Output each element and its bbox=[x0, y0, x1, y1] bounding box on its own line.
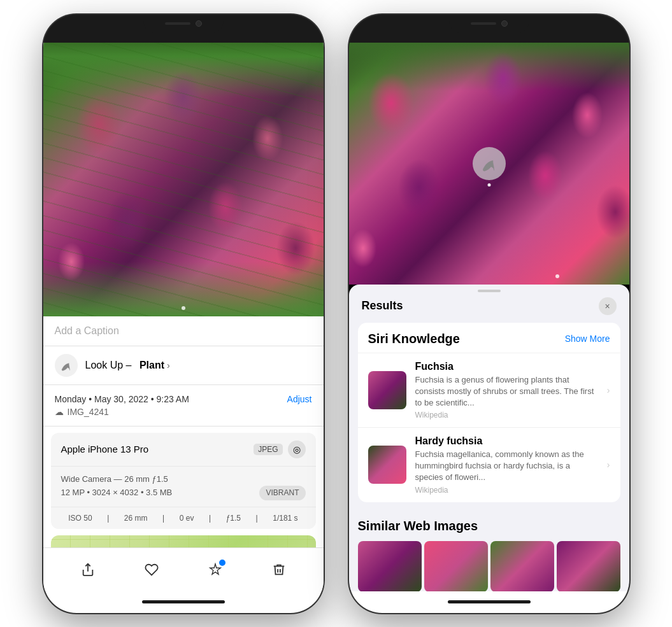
right-home-indicator bbox=[349, 591, 629, 613]
device-badges: JPEG ◎ bbox=[254, 440, 305, 458]
web-images-grid bbox=[358, 541, 620, 591]
metadata-section: Monday • May 30, 2022 • 9:23 AM Adjust ☁… bbox=[43, 385, 324, 426]
results-panel: Results × Siri Knowledge Show More Fuchs… bbox=[349, 285, 629, 591]
web-images-section: Similar Web Images bbox=[349, 510, 629, 591]
sheet-handle bbox=[349, 285, 629, 295]
trash-icon bbox=[272, 563, 286, 577]
adjust-button[interactable]: Adjust bbox=[287, 394, 312, 404]
right-notch bbox=[349, 15, 629, 43]
knowledge-item-hardy[interactable]: Hardy fuchsia Fuchsia magellanica, commo… bbox=[358, 427, 620, 502]
share-button[interactable] bbox=[74, 556, 102, 584]
delete-button[interactable] bbox=[265, 556, 293, 584]
notch-cutout bbox=[143, 15, 224, 32]
share-icon bbox=[81, 563, 95, 577]
web-image-3[interactable] bbox=[490, 541, 554, 591]
results-header: Results × bbox=[349, 295, 629, 323]
fuchsia-thumbnail bbox=[368, 371, 406, 409]
exif-iso: ISO 50 bbox=[68, 514, 92, 523]
lookup-text: Look Up – Plant › bbox=[85, 360, 170, 371]
fuchsia-info: Fuchsia Fuchsia is a genus of flowering … bbox=[415, 361, 598, 420]
hardy-source: Wikipedia bbox=[415, 486, 598, 495]
exif-ev: 0 ev bbox=[180, 514, 194, 523]
exif-focal: 26 mm bbox=[124, 514, 148, 523]
siri-knowledge-title: Siri Knowledge bbox=[368, 332, 460, 346]
date-row: Monday • May 30, 2022 • 9:23 AM Adjust bbox=[55, 394, 312, 404]
info-button[interactable] bbox=[201, 556, 229, 584]
web-image-4[interactable] bbox=[557, 541, 620, 591]
caption-placeholder: Add a Caption bbox=[55, 325, 119, 336]
location-button[interactable]: ◎ bbox=[288, 440, 306, 458]
show-more-button[interactable]: Show More bbox=[565, 334, 610, 344]
web-images-title: Similar Web Images bbox=[358, 519, 620, 533]
right-page-indicator bbox=[555, 274, 559, 278]
notch-speaker bbox=[165, 22, 190, 25]
exif-sep1: | bbox=[107, 514, 109, 523]
web-image-1[interactable] bbox=[358, 541, 422, 591]
right-home-bar bbox=[448, 600, 531, 603]
cloud-icon: ☁ bbox=[55, 407, 64, 417]
siri-leaf-icon bbox=[480, 155, 498, 173]
vibrant-badge: VIBRANT bbox=[259, 486, 305, 500]
lookup-row[interactable]: Look Up – Plant › bbox=[43, 346, 324, 385]
map-section[interactable] bbox=[51, 535, 316, 547]
heart-icon bbox=[145, 563, 159, 577]
device-section: Apple iPhone 13 Pro JPEG ◎ Wide Camera —… bbox=[51, 433, 316, 530]
web-image-2[interactable] bbox=[424, 541, 488, 591]
info-badge bbox=[218, 558, 227, 567]
camera-spec: Wide Camera — 26 mm ƒ1.5 12 MP • 3024 × … bbox=[51, 467, 316, 508]
info-panel: Add a Caption Look Up – Plant › bbox=[43, 316, 324, 547]
fuchsia-desc: Fuchsia is a genus of flowering plants t… bbox=[415, 374, 598, 409]
close-button[interactable]: × bbox=[599, 297, 617, 315]
hardy-info: Hardy fuchsia Fuchsia magellanica, commo… bbox=[415, 435, 598, 495]
right-notch-speaker bbox=[471, 22, 496, 25]
camera-spec2: 12 MP • 3024 × 4032 • 3.5 MB bbox=[61, 486, 173, 500]
right-notch-cutout bbox=[449, 15, 529, 32]
right-photo-display[interactable] bbox=[349, 43, 629, 285]
handle-bar bbox=[478, 290, 501, 292]
spec-row: 12 MP • 3024 × 4032 • 3.5 MB VIBRANT bbox=[61, 486, 306, 500]
siri-knowledge-header: Siri Knowledge Show More bbox=[358, 323, 620, 353]
exif-row: ISO 50 | 26 mm | 0 ev | ƒ1.5 | 1/181 s bbox=[51, 507, 316, 529]
hardy-thumbnail bbox=[368, 446, 406, 484]
favorite-button[interactable] bbox=[138, 556, 166, 584]
format-badge: JPEG bbox=[254, 444, 282, 455]
exif-sep4: | bbox=[256, 514, 258, 523]
siri-lookup-button[interactable] bbox=[473, 147, 506, 180]
lookup-chevron: › bbox=[167, 360, 170, 370]
fuchsia-source: Wikipedia bbox=[415, 411, 598, 419]
left-phone: Add a Caption Look Up – Plant › bbox=[43, 15, 324, 613]
left-home-indicator bbox=[43, 591, 324, 613]
notch-camera bbox=[196, 20, 202, 27]
device-row: Apple iPhone 13 Pro JPEG ◎ bbox=[51, 433, 316, 467]
lookup-icon bbox=[55, 354, 78, 377]
right-phone: Results × Siri Knowledge Show More Fuchs… bbox=[349, 15, 629, 613]
fuchsia-arrow: › bbox=[607, 385, 610, 395]
home-bar bbox=[142, 600, 225, 603]
camera-spec1: Wide Camera — 26 mm ƒ1.5 bbox=[61, 473, 306, 486]
exif-shutter: 1/181 s bbox=[273, 514, 297, 523]
siri-dot bbox=[487, 183, 490, 187]
close-icon: × bbox=[604, 301, 610, 311]
knowledge-item-fuchsia[interactable]: Fuchsia Fuchsia is a genus of flowering … bbox=[358, 353, 620, 428]
caption-field[interactable]: Add a Caption bbox=[43, 316, 324, 346]
results-title: Results bbox=[362, 299, 403, 313]
left-screen: Add a Caption Look Up – Plant › bbox=[43, 43, 324, 591]
lookup-label: Look Up – bbox=[85, 360, 132, 371]
exif-aperture: ƒ1.5 bbox=[226, 514, 241, 523]
lookup-subject: Plant bbox=[139, 360, 164, 371]
photo-display[interactable] bbox=[43, 43, 324, 316]
left-notch bbox=[43, 15, 324, 43]
page-indicator bbox=[182, 306, 185, 310]
date-text: Monday • May 30, 2022 • 9:23 AM bbox=[55, 394, 189, 404]
toolbar bbox=[43, 547, 324, 591]
leaf-icon bbox=[60, 359, 73, 372]
exif-sep2: | bbox=[162, 514, 164, 523]
right-screen: Results × Siri Knowledge Show More Fuchs… bbox=[349, 43, 629, 591]
hardy-desc: Fuchsia magellanica, commonly known as t… bbox=[415, 449, 598, 484]
hardy-arrow: › bbox=[607, 460, 610, 470]
exif-sep3: | bbox=[209, 514, 211, 523]
siri-knowledge-section: Siri Knowledge Show More Fuchsia Fuchsia… bbox=[358, 323, 620, 502]
right-notch-camera bbox=[501, 20, 508, 27]
filename-row: ☁ IMG_4241 bbox=[55, 407, 312, 417]
fuchsia-name: Fuchsia bbox=[415, 361, 598, 372]
